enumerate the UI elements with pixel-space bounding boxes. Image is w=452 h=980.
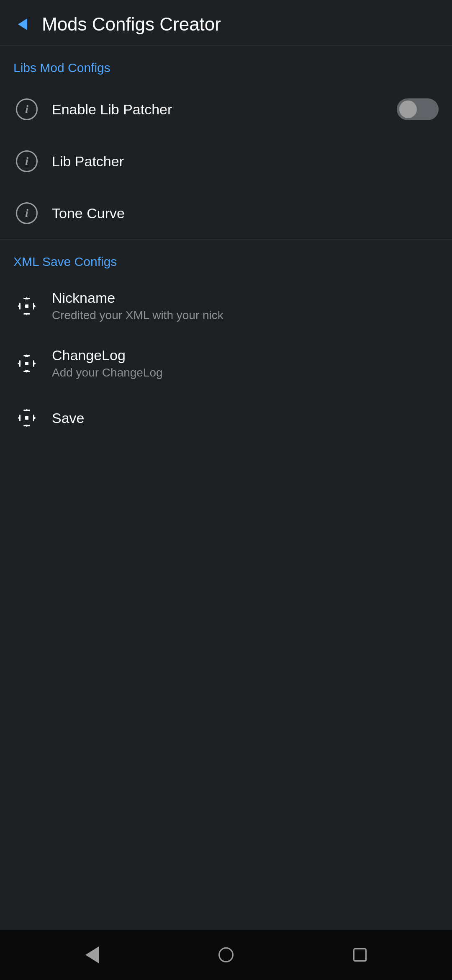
section-xml-save-configs: XML Save Configs — [0, 240, 452, 444]
list-item-enable-lib-patcher[interactable]: i Enable Lib Patcher — [0, 83, 452, 135]
item-title-lib-patcher: Lib Patcher — [52, 153, 439, 170]
item-subtitle-nickname: Credited your XML with your nick — [52, 309, 439, 322]
section-header-libs: Libs Mod Configs — [0, 46, 452, 83]
item-text-save: Save — [52, 410, 439, 426]
nav-bar — [0, 930, 452, 980]
nav-recent-icon — [353, 948, 367, 962]
expand-arrows-icon — [16, 295, 38, 317]
expand-icon-changelog — [13, 350, 40, 377]
item-title-nickname: Nickname — [52, 290, 439, 306]
app-bar: Mods Configs Creator — [0, 0, 452, 46]
item-text-lib-patcher: Lib Patcher — [52, 153, 439, 170]
list-item-tone-curve[interactable]: i Tone Curve — [0, 187, 452, 239]
svg-marker-23 — [18, 416, 20, 420]
item-title-changelog: ChangeLog — [52, 347, 439, 364]
item-text-tone-curve: Tone Curve — [52, 205, 439, 222]
nav-back-button[interactable] — [75, 938, 109, 972]
toggle-enable-lib-patcher[interactable] — [397, 98, 439, 120]
info-icon-enable-lib-patcher: i — [13, 96, 40, 123]
svg-marker-25 — [33, 416, 36, 420]
item-subtitle-changelog: Add your ChangeLog — [52, 366, 439, 379]
item-text-changelog: ChangeLog Add your ChangeLog — [52, 347, 439, 379]
svg-marker-5 — [18, 304, 20, 308]
item-text-nickname: Nickname Credited your XML with your nic… — [52, 290, 439, 322]
expand-icon-save — [13, 405, 40, 431]
nav-home-icon — [218, 947, 234, 962]
svg-rect-17 — [25, 362, 28, 365]
svg-marker-16 — [33, 362, 36, 365]
toggle-container-enable-lib-patcher[interactable] — [397, 98, 439, 120]
info-icon-lib-patcher: i — [13, 148, 40, 175]
item-text-enable-lib-patcher: Enable Lib Patcher — [52, 101, 397, 118]
toggle-knob — [399, 101, 417, 118]
nav-back-icon — [85, 946, 99, 963]
expand-icon-nickname — [13, 293, 40, 320]
item-title-save: Save — [52, 410, 439, 426]
expand-arrows-icon-2 — [16, 353, 38, 374]
svg-rect-26 — [25, 416, 28, 420]
section-header-xml: XML Save Configs — [0, 240, 452, 277]
section-libs-mod-configs: Libs Mod Configs i Enable Lib Patcher i … — [0, 46, 452, 239]
info-circle-icon: i — [16, 98, 38, 120]
nav-recent-button[interactable] — [343, 938, 377, 972]
item-title-enable-lib-patcher: Enable Lib Patcher — [52, 101, 397, 118]
info-circle-icon-2: i — [16, 150, 38, 172]
nav-home-button[interactable] — [209, 938, 243, 972]
svg-marker-14 — [18, 362, 20, 365]
list-item-save[interactable]: Save — [0, 392, 452, 444]
back-arrow-icon — [18, 18, 27, 30]
expand-arrows-icon-3 — [16, 407, 38, 429]
list-item-changelog[interactable]: ChangeLog Add your ChangeLog — [0, 335, 452, 392]
info-icon-tone-curve: i — [13, 200, 40, 227]
list-item-lib-patcher[interactable]: i Lib Patcher — [0, 135, 452, 187]
app-title: Mods Configs Creator — [42, 14, 221, 35]
svg-marker-7 — [33, 304, 36, 308]
back-button[interactable] — [10, 12, 35, 37]
item-title-tone-curve: Tone Curve — [52, 205, 439, 222]
main-content: Libs Mod Configs i Enable Lib Patcher i … — [0, 46, 452, 930]
list-item-nickname[interactable]: Nickname Credited your XML with your nic… — [0, 277, 452, 335]
info-circle-icon-3: i — [16, 202, 38, 224]
svg-rect-8 — [25, 304, 28, 308]
